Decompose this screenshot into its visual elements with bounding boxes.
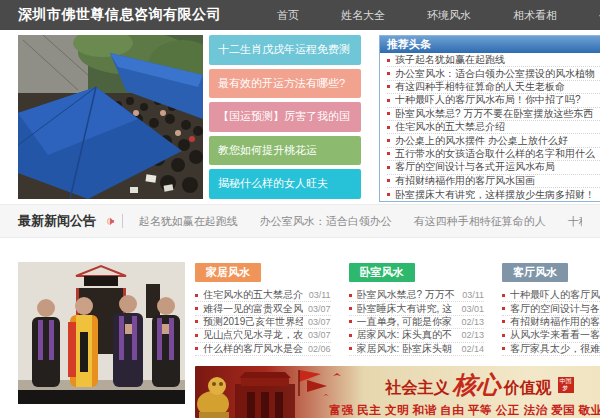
promo-romance-luck[interactable]: 教您如何提升桃花运 (209, 136, 361, 166)
section-item-title[interactable]: 什么样的客厅风水是会 (203, 342, 303, 356)
promo-lucky-wife[interactable]: 揭秘什么样的女人旺夫 (209, 169, 361, 199)
section-row[interactable]: 见山点穴见水寻龙，农03/07 (195, 329, 331, 342)
bullet-icon (349, 320, 352, 323)
news-row[interactable]: 孩子起名犹如赢在起跑线03/11 (387, 54, 600, 67)
group-photo[interactable] (18, 262, 185, 404)
bullet-icon (387, 193, 390, 196)
section-item-title[interactable]: 从风水学来看看一客厅 (510, 328, 600, 342)
news-title[interactable]: 五行带水的女孩适合取什么样的名字和用什么 (395, 147, 595, 161)
section-row[interactable]: 卧室睡床大有讲究, 这03/01 (349, 302, 485, 315)
section-badge-livingroom[interactable]: 客厅风水 (502, 263, 568, 282)
category-columns: 家居风水 住宅风水的五大禁忌介03/11 难得一见的富贵双全风03/07 预测2… (195, 262, 600, 362)
section-list: 住宅风水的五大禁忌介03/11 难得一见的富贵双全风03/07 预测2019己亥… (195, 289, 331, 356)
bullet-icon (387, 59, 390, 62)
news-ticker: 最新新闻公告 🕩 起名犹如赢在起跑线 办公室风水：适合白领办公 有这四种手相特征… (0, 204, 600, 238)
section-row[interactable]: 客厅的空间设计与各式03/03 (502, 302, 600, 315)
section-item-date: 03/11 (462, 290, 484, 300)
ticker-divider (122, 214, 123, 228)
news-title[interactable]: 客厅的空间设计与各式开运风水布局 (395, 160, 595, 174)
news-row[interactable]: 有招财纳福作用的客厅风水国画03/01 (387, 175, 600, 188)
section-row[interactable]: 一直单身, 可能是你家02/13 (349, 316, 485, 329)
news-title[interactable]: 卧室摆床大有讲究，这样摆放少生病多招财！ (395, 188, 595, 202)
news-title[interactable]: 有这四种手相特征算命的人天生老板命 (395, 80, 596, 94)
section-row[interactable]: 十种最吓人的客厅风水03/11 (502, 289, 600, 302)
news-title[interactable]: 办公室风水：适合白领办公室摆设的风水植物 (395, 67, 596, 81)
news-row[interactable]: 卧室风水禁忌? 万万不要在卧室摆放这些东西03/11 (387, 108, 600, 121)
news-title[interactable]: 孩子起名犹如赢在起跑线 (395, 53, 596, 67)
section-row[interactable]: 住宅风水的五大禁忌介03/11 (195, 289, 331, 302)
section-item-title[interactable]: 预测2019己亥年世界经 (203, 315, 303, 329)
section-item-title[interactable]: 见山点穴见水寻龙，农 (203, 328, 303, 342)
promo-zodiac[interactable]: 十二生肖戊戌年运程免费测 (209, 35, 361, 65)
top-content-row: 十二生肖戊戌年运程免费测 最有效的开运方法有哪些? 【国运预测】厉害了我的国 教… (0, 30, 600, 202)
core-values-banner[interactable]: 社会主义 核心 价值观 中国梦 富强 民主 文明 和谐 自由 平等 公正 法治 … (195, 366, 600, 418)
news-row[interactable]: 十种最吓人的客厅风水布局！你中招了吗?03/11 (387, 94, 600, 107)
ticker-item[interactable]: 办公室风水：适合白领办公 (260, 214, 392, 229)
section-list: 十种最吓人的客厅风水03/11 客厅的空间设计与各式03/03 有招财纳福作用的… (502, 289, 600, 356)
section-item-title[interactable]: 有招财纳福作用的客厅 (510, 315, 600, 329)
headlines-header: 推荐头条 更多 (380, 36, 600, 53)
news-row[interactable]: 客厅的空间设计与各式开运风水布局03/03 (387, 161, 600, 174)
bullet-icon (387, 112, 390, 115)
news-title[interactable]: 十种最吓人的客厅风水布局！你中招了吗? (395, 93, 596, 107)
news-title[interactable]: 有招财纳福作用的客厅风水国画 (395, 174, 595, 188)
section-row[interactable]: 卧室风水禁忌? 万万不03/11 (349, 289, 485, 302)
section-item-title[interactable]: 一直单身, 可能是你家 (357, 315, 457, 329)
section-row[interactable]: 预测2019己亥年世界经03/07 (195, 316, 331, 329)
section-home-fengshui: 家居风水 住宅风水的五大禁忌介03/11 难得一见的富贵双全风03/07 预测2… (195, 262, 331, 362)
news-title[interactable]: 住宅风水的五大禁忌介绍 (395, 120, 596, 134)
bottom-right-area: 家居风水 住宅风水的五大禁忌介03/11 难得一见的富贵双全风03/07 预测2… (195, 262, 600, 418)
main-nav: 首页 姓名大全 环境风水 相术看相 公司简介 (277, 8, 600, 23)
nav-item-palmistry[interactable]: 相术看相 (513, 8, 557, 23)
ticker-items: 起名犹如赢在起跑线 办公室风水：适合白领办公 有这四种手相特征算命的人 十种最吓… (139, 214, 582, 229)
ticker-item[interactable]: 有这四种手相特征算命的人 (414, 214, 546, 229)
nav-item-fengshui[interactable]: 环境风水 (427, 8, 471, 23)
tiananmen-lion-art (195, 366, 345, 418)
section-badge-bedroom[interactable]: 卧室风水 (349, 263, 415, 282)
bullet-icon (195, 307, 198, 310)
section-bedroom-fengshui: 卧室风水 卧室风水禁忌? 万万不03/11 卧室睡床大有讲究, 这03/01 一… (349, 262, 485, 362)
section-item-title[interactable]: 家居风水: 卧室床头朝 (357, 342, 457, 356)
section-item-title[interactable]: 客厅家具太少，很难聚 (510, 342, 600, 356)
news-title[interactable]: 办公桌上的风水摆件 办公桌上放什么好 (395, 134, 595, 148)
section-item-title[interactable]: 卧室风水禁忌? 万万不 (357, 288, 458, 302)
section-item-title[interactable]: 住宅风水的五大禁忌介 (203, 288, 304, 302)
headlines-list: 孩子起名犹如赢在起跑线03/11 办公室风水：适合白领办公室摆设的风水植物03/… (380, 53, 600, 201)
news-row[interactable]: 五行带水的女孩适合取什么样的名字和用什么03/03 (387, 148, 600, 161)
section-row[interactable]: 有招财纳福作用的客厅03/01 (502, 316, 600, 329)
section-row[interactable]: 从风水学来看看一客厅03/07 (502, 329, 600, 342)
section-row[interactable]: 客厅家具太少，很难聚02/08 (502, 343, 600, 356)
nav-item-home[interactable]: 首页 (277, 8, 299, 23)
section-item-title[interactable]: 卧室睡床大有讲究, 这 (357, 302, 457, 316)
slideshow-photo[interactable] (18, 35, 203, 199)
section-item-title[interactable]: 难得一见的富贵双全风 (203, 302, 303, 316)
china-dream-stamp: 中国梦 (558, 377, 574, 393)
section-item-title[interactable]: 居家风水: 床头真的不 (357, 328, 457, 342)
ticker-item[interactable]: 十种最吓人的客厅风水布局 (568, 214, 582, 229)
news-title[interactable]: 卧室风水禁忌? 万万不要在卧室摆放这些东西 (395, 107, 596, 121)
section-item-date: 03/11 (309, 290, 331, 300)
news-row[interactable]: 住宅风水的五大禁忌介绍03/11 (387, 121, 600, 134)
bullet-icon (349, 294, 352, 297)
section-row[interactable]: 难得一见的富贵双全风03/07 (195, 302, 331, 315)
nav-item-names[interactable]: 姓名大全 (341, 8, 385, 23)
section-item-title[interactable]: 十种最吓人的客厅风水 (510, 288, 600, 302)
bullet-icon (349, 334, 352, 337)
section-livingroom-fengshui: 客厅风水 十种最吓人的客厅风水03/11 客厅的空间设计与各式03/03 有招财… (502, 262, 600, 362)
ticker-item[interactable]: 起名犹如赢在起跑线 (139, 214, 238, 229)
section-item-title[interactable]: 客厅的空间设计与各式 (510, 302, 600, 316)
promo-national-forecast[interactable]: 【国运预测】厉害了我的国 (209, 102, 361, 132)
promo-luck-methods[interactable]: 最有效的开运方法有哪些? (209, 69, 361, 99)
bullet-icon (387, 179, 390, 182)
banner-title-right: 价值观 (504, 378, 552, 399)
news-row[interactable]: 办公桌上的风水摆件 办公桌上放什么好02/01 (387, 134, 600, 147)
section-badge-home[interactable]: 家居风水 (195, 263, 261, 282)
section-row[interactable]: 什么样的客厅风水是会02/06 (195, 343, 331, 356)
section-row[interactable]: 家居风水: 卧室床头朝02/14 (349, 343, 485, 356)
section-row[interactable]: 居家风水: 床头真的不02/13 (349, 329, 485, 342)
news-row[interactable]: 卧室摆床大有讲究，这样摆放少生病多招财！03/01 (387, 188, 600, 201)
bullet-icon (502, 320, 505, 323)
section-item-date: 02/13 (461, 317, 484, 327)
news-row[interactable]: 有这四种手相特征算命的人天生老板命03/11 (387, 81, 600, 94)
news-row[interactable]: 办公室风水：适合白领办公室摆设的风水植物03/11 (387, 67, 600, 80)
